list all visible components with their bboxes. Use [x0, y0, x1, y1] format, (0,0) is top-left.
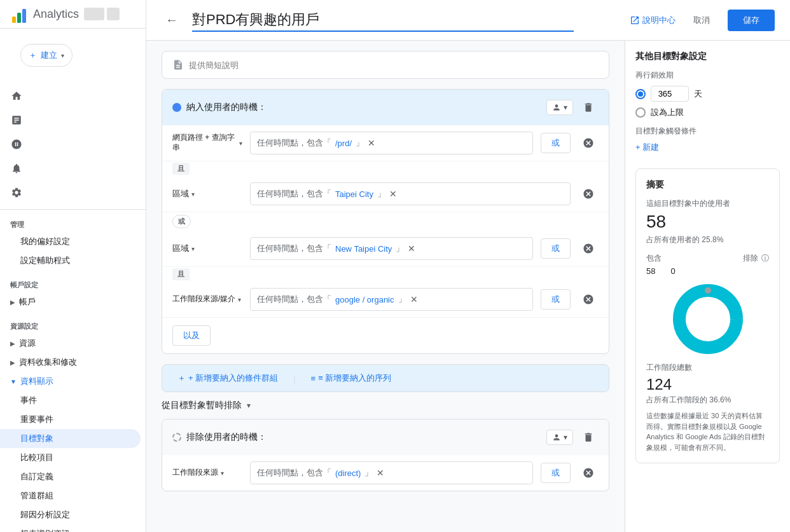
exclude-condition-value-1[interactable]: 任何時間點，包含「 (direct) 」 ✕: [250, 461, 533, 484]
collection-expand[interactable]: ▶ 資料收集和修改: [0, 353, 146, 372]
also-add-button[interactable]: 以及: [172, 325, 211, 346]
exclude-header[interactable]: 從目標對象暫時排除 ▾: [162, 400, 609, 411]
cancel-button[interactable]: 取消: [683, 10, 720, 31]
nav-reports[interactable]: [0, 109, 141, 132]
condition-type-3[interactable]: 區域 ▾: [172, 243, 242, 254]
new-trigger-button[interactable]: + 新建: [635, 142, 780, 153]
audience-title-input[interactable]: [192, 9, 574, 32]
help-center-link[interactable]: 說明中心: [630, 15, 676, 26]
resource-expand[interactable]: ▶ 資源: [0, 334, 146, 353]
radio-inner: [638, 92, 643, 97]
group-header-left: 納入使用者的時機：: [172, 102, 267, 113]
remove-condition-1[interactable]: [578, 133, 599, 153]
display-expand[interactable]: ▼ 資料顯示: [0, 372, 146, 391]
scope-label: ▾: [564, 103, 567, 112]
exclude-group-actions: ▾: [546, 427, 599, 447]
other-settings-title: 其他目標對象設定: [635, 51, 780, 62]
exclude-dot: [172, 433, 181, 442]
management-section: 管理 我的偏好設定 設定輔助程式: [0, 212, 146, 273]
condition-value-3[interactable]: 任何時間點，包含「 New Taipei City 」 ✕: [250, 237, 533, 260]
condition-type-4[interactable]: 工作階段來源/媒介 ▾: [172, 294, 242, 304]
ex-remove-chip-1[interactable]: ✕: [377, 468, 384, 477]
scope-label-ex: ▾: [564, 433, 567, 442]
nav-explore[interactable]: [0, 133, 141, 156]
exclude-condition-type-1[interactable]: 工作階段來源 ▾: [172, 468, 242, 478]
nav-settings[interactable]: [0, 181, 141, 204]
summary-title: 摘要: [646, 179, 769, 191]
resource-title: 資源設定: [0, 317, 146, 334]
plus-icon: ＋: [29, 50, 37, 61]
workstep-pct: 占所有工作階段的 36.6%: [646, 395, 769, 406]
sidebar-item-audiences[interactable]: 目標對象: [0, 429, 141, 448]
delete-group-button[interactable]: [578, 97, 599, 118]
users-label: 這組目標對象中的使用者: [646, 198, 769, 209]
description-input[interactable]: [189, 60, 599, 70]
sidebar-item-events[interactable]: 事件: [0, 391, 141, 410]
exclude-group-title: 排除使用者的時機：: [186, 432, 267, 443]
remove-condition-4[interactable]: [578, 289, 599, 310]
add-group-label: + 新增要納入的條件群組: [188, 372, 278, 384]
sidebar-item-comparisons[interactable]: 比較項目: [0, 448, 141, 467]
ex-value-suffix-1: 」: [364, 467, 373, 479]
sidebar-item-funnels[interactable]: 管道群組: [0, 486, 141, 505]
right-panel: 其他目標對象設定 再行銷效期 天 設為上限 目標對象觸發條件 + 新建: [625, 41, 790, 532]
sidebar-item-preferences[interactable]: 我的偏好設定: [0, 232, 141, 251]
ex-remove-icon-1: [583, 467, 594, 479]
ex-value-prefix-1: 任何時間點，包含「: [257, 467, 331, 479]
profile-placeholder: [84, 8, 104, 20]
radio-selected[interactable]: [635, 89, 646, 99]
ex-remove-condition-1[interactable]: [578, 463, 599, 483]
and-separator-1: 且: [162, 161, 609, 176]
sidebar-item-attribution[interactable]: 歸因分析設定: [0, 505, 141, 524]
value-suffix-2: 」: [377, 188, 385, 200]
condition-type-2[interactable]: 區域 ▾: [172, 188, 242, 200]
or-button-4[interactable]: 或: [541, 289, 571, 310]
or-button-1[interactable]: 或: [541, 133, 571, 153]
condition-value-1[interactable]: 任何時間點，包含「 /prd/ 」 ✕: [250, 132, 533, 154]
value-prefix-2: 任何時間點，包含「: [257, 188, 331, 200]
ex-or-button-1[interactable]: 或: [541, 463, 571, 483]
remove-icon-3: [583, 243, 594, 254]
remove-chip-1[interactable]: ✕: [368, 139, 375, 147]
or-button-3[interactable]: 或: [541, 238, 571, 259]
delete-exclude-group-button[interactable]: [578, 427, 599, 447]
days-input[interactable]: [651, 86, 689, 102]
chevron-down-icon: ▾: [61, 52, 64, 59]
add-sequence-link[interactable]: ≡ ≡ 新增要納入的序列: [311, 372, 392, 384]
condition-value-4[interactable]: 任何時間點，包含「 google / organic 」 ✕: [250, 288, 533, 311]
remove-chip-4[interactable]: ✕: [410, 295, 418, 304]
back-button[interactable]: ←: [162, 10, 182, 31]
save-button[interactable]: 儲存: [728, 10, 775, 31]
remove-chip-2[interactable]: ✕: [389, 189, 397, 198]
remove-condition-2[interactable]: [578, 184, 599, 204]
nav-icons-section: [0, 82, 146, 207]
person-scope-button[interactable]: ▾: [546, 100, 573, 115]
account-expand[interactable]: ▶ 帳戶: [0, 292, 146, 311]
nav-home[interactable]: [0, 85, 141, 107]
condition-value-2[interactable]: 任何時間點，包含「 Taipei City 」 ✕: [250, 182, 571, 205]
summary-note: 這些數據是根據最近 30 天的資料估算而得。實際目標對象規模以及 Google …: [646, 411, 769, 453]
trash-icon-ex: [583, 432, 594, 443]
create-button[interactable]: ＋ 建立 ▾: [20, 44, 73, 67]
remove-condition-3[interactable]: [578, 238, 599, 259]
value-highlight-2: Taipei City: [335, 189, 373, 199]
sidebar-item-report-ids[interactable]: 報表識別資訊: [0, 524, 141, 532]
sidebar-item-setup[interactable]: 設定輔助程式: [0, 251, 141, 270]
exclude-label: 排除 ⓘ: [743, 253, 769, 264]
exclude-info-button[interactable]: ⓘ: [761, 253, 769, 264]
new-trigger-label: + 新建: [635, 142, 659, 153]
condition-type-1[interactable]: 網頁路徑 + 查詢字串 ▾: [172, 133, 242, 153]
nav-advertising[interactable]: [0, 157, 141, 180]
chevron-down-icon2: ▼: [10, 378, 17, 385]
group-actions: ▾: [546, 97, 599, 118]
exclude-person-scope-button[interactable]: ▾: [546, 430, 573, 445]
value-prefix-1: 任何時間點，包含「: [257, 137, 331, 149]
radio-max[interactable]: [635, 107, 646, 118]
remove-chip-3[interactable]: ✕: [408, 244, 415, 253]
sidebar-item-custom[interactable]: 自訂定義: [0, 467, 141, 486]
main-content: ← 說明中心 取消 儲存 納入使用者的時機：: [146, 0, 790, 532]
collection-label: 資料收集和修改: [19, 357, 77, 368]
exclude-group-header-left: 排除使用者的時機：: [172, 432, 267, 443]
sidebar-item-key-events[interactable]: 重要事件: [0, 410, 141, 429]
add-include-group-link[interactable]: ＋ + 新增要納入的條件群組: [177, 372, 278, 384]
